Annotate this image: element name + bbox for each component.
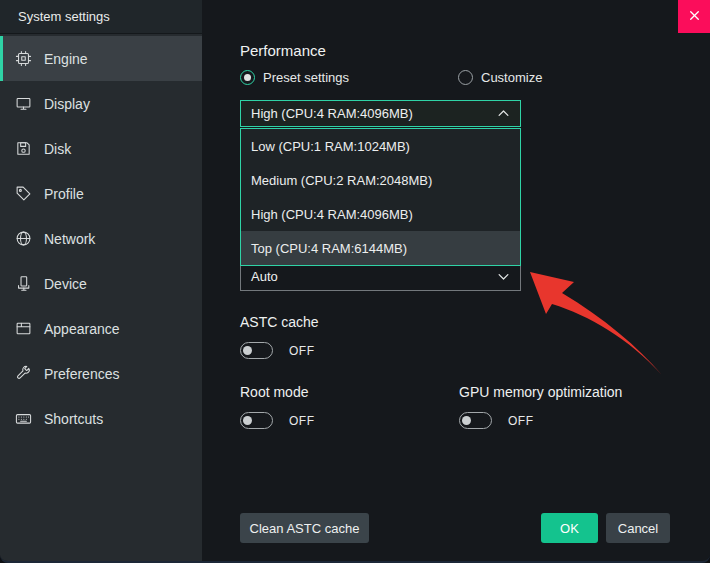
sidebar-item-label: Device — [44, 276, 87, 292]
root-mode-toggle-row: OFF — [240, 412, 315, 429]
preset-dropdown-list: Low (CPU:1 RAM:1024MB)Medium (CPU:2 RAM:… — [240, 128, 521, 266]
sidebar-item-label: Engine — [44, 51, 88, 67]
radio-selected-icon — [240, 70, 255, 85]
section-title: Performance — [240, 42, 326, 59]
sidebar-item-device[interactable]: Device — [0, 261, 202, 306]
sidebar-item-profile[interactable]: Profile — [0, 171, 202, 216]
cancel-button[interactable]: Cancel — [606, 513, 670, 543]
preset-dropdown-value: High (CPU:4 RAM:4096MB) — [251, 106, 413, 121]
ok-button[interactable]: OK — [541, 513, 598, 543]
main-content: Performance Preset settings Customize Hi… — [202, 0, 710, 561]
dropdown-option[interactable]: High (CPU:4 RAM:4096MB) — [241, 197, 520, 231]
astc-cache-toggle-row: OFF — [240, 342, 315, 359]
globe-icon — [15, 230, 32, 247]
gpu-memory-toggle-row: OFF — [459, 412, 534, 429]
sidebar-item-disk[interactable]: Disk — [0, 126, 202, 171]
radio-group: Preset settings Customize — [240, 70, 670, 88]
sidebar-item-shortcuts[interactable]: Shortcuts — [0, 396, 202, 441]
astc-cache-state: OFF — [289, 344, 315, 358]
chevron-up-icon — [496, 106, 511, 121]
sidebar-item-label: Disk — [44, 141, 71, 157]
sidebar-item-network[interactable]: Network — [0, 216, 202, 261]
toggle-knob — [243, 346, 252, 355]
sidebar-item-display[interactable]: Display — [0, 81, 202, 126]
keyboard-icon — [15, 410, 32, 427]
sidebar-item-label: Shortcuts — [44, 411, 103, 427]
floppy-disk-icon — [15, 140, 32, 157]
tag-icon — [15, 185, 32, 202]
sidebar-item-label: Profile — [44, 186, 84, 202]
root-mode-state: OFF — [289, 414, 315, 428]
astc-cache-toggle[interactable] — [240, 342, 273, 359]
renderer-dropdown[interactable]: Auto — [240, 262, 521, 291]
astc-cache-label: ASTC cache — [240, 314, 319, 330]
sidebar-item-label: Network — [44, 231, 95, 247]
sidebar-item-appearance[interactable]: Appearance — [0, 306, 202, 351]
dropdown-option[interactable]: Medium (CPU:2 RAM:2048MB) — [241, 163, 520, 197]
dropdown-option[interactable]: Low (CPU:1 RAM:1024MB) — [241, 129, 520, 163]
chevron-down-icon — [496, 269, 511, 284]
sidebar-item-engine[interactable]: Engine — [0, 36, 202, 81]
renderer-dropdown-value: Auto — [251, 269, 278, 284]
sidebar-item-label: Appearance — [44, 321, 120, 337]
sidebar-item-label: Preferences — [44, 366, 119, 382]
root-mode-label: Root mode — [240, 384, 308, 400]
radio-customize[interactable]: Customize — [458, 70, 542, 85]
cpu-icon — [15, 50, 32, 67]
radio-preset-settings[interactable]: Preset settings — [240, 70, 349, 85]
titlebar: System settings — [0, 0, 202, 34]
clean-astc-cache-button[interactable]: Clean ASTC cache — [240, 513, 369, 543]
gpu-memory-label: GPU memory optimization — [459, 384, 622, 400]
radio-preset-label: Preset settings — [263, 70, 349, 85]
gpu-memory-toggle[interactable] — [459, 412, 492, 429]
preset-dropdown[interactable]: High (CPU:4 RAM:4096MB) — [240, 100, 521, 127]
window-title: System settings — [18, 9, 110, 24]
sidebar: System settings EngineDisplayDiskProfile… — [0, 0, 202, 561]
sidebar-item-label: Display — [44, 96, 90, 112]
device-dock-icon — [15, 275, 32, 292]
root-mode-toggle[interactable] — [240, 412, 273, 429]
system-settings-dialog: System settings EngineDisplayDiskProfile… — [0, 0, 710, 563]
monitor-icon — [15, 95, 32, 112]
radio-customize-label: Customize — [481, 70, 542, 85]
wrench-icon — [15, 365, 32, 382]
sidebar-nav: EngineDisplayDiskProfileNetworkDeviceApp… — [0, 36, 202, 441]
radio-unselected-icon — [458, 70, 473, 85]
toggle-knob — [243, 416, 252, 425]
toggle-knob — [462, 416, 471, 425]
dropdown-option[interactable]: Top (CPU:4 RAM:6144MB) — [241, 231, 520, 265]
sidebar-item-preferences[interactable]: Preferences — [0, 351, 202, 396]
gpu-memory-state: OFF — [508, 414, 534, 428]
window-icon — [15, 320, 32, 337]
